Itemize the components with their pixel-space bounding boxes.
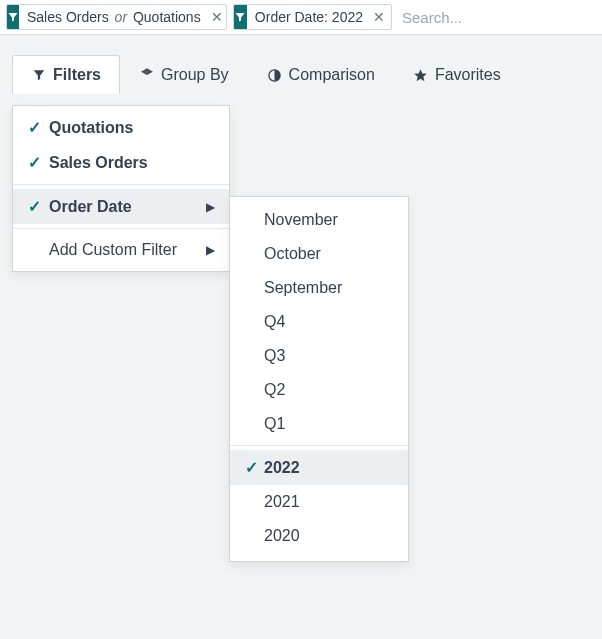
option-label: Q3 <box>264 347 285 365</box>
option-label: November <box>264 211 338 229</box>
filter-item-order-date[interactable]: ✓ Order Date ▶ <box>13 189 229 224</box>
date-option-q1[interactable]: Q1 <box>230 407 408 441</box>
contrast-icon <box>267 67 283 83</box>
facet-or: or <box>115 9 127 25</box>
date-option-q4[interactable]: Q4 <box>230 305 408 339</box>
facet-part: Sales Orders <box>27 9 109 25</box>
filter-item-quotations[interactable]: ✓ Quotations <box>13 110 229 145</box>
option-label: Q4 <box>264 313 285 331</box>
chevron-right-icon: ▶ <box>206 243 215 257</box>
tab-label: Filters <box>53 66 101 84</box>
filter-facet-sales-quotations[interactable]: Sales Orders or Quotations ✕ <box>6 4 227 30</box>
funnel-icon <box>31 67 47 83</box>
check-icon: ✓ <box>244 458 258 477</box>
layers-icon <box>139 67 155 83</box>
date-option-november[interactable]: November <box>230 203 408 237</box>
separator <box>13 184 229 185</box>
chevron-right-icon: ▶ <box>206 200 215 214</box>
date-option-2022[interactable]: ✓ 2022 <box>230 450 408 485</box>
tab-favorites[interactable]: Favorites <box>394 55 520 94</box>
star-icon <box>413 67 429 83</box>
item-label: Quotations <box>49 119 215 137</box>
filter-item-add-custom[interactable]: Add Custom Filter ▶ <box>13 233 229 267</box>
funnel-icon <box>234 5 247 29</box>
option-label: September <box>264 279 342 297</box>
tab-label: Favorites <box>435 66 501 84</box>
item-label: Sales Orders <box>49 154 215 172</box>
item-label: Add Custom Filter <box>49 241 198 259</box>
option-label: 2022 <box>264 459 300 477</box>
date-option-october[interactable]: October <box>230 237 408 271</box>
facet-label: Order Date: 2022 <box>247 9 371 25</box>
option-label: October <box>264 245 321 263</box>
tab-label: Comparison <box>289 66 375 84</box>
option-label: Q1 <box>264 415 285 433</box>
date-option-2020[interactable]: 2020 <box>230 519 408 553</box>
date-option-q2[interactable]: Q2 <box>230 373 408 407</box>
close-icon[interactable]: ✕ <box>371 10 391 24</box>
option-label: Q2 <box>264 381 285 399</box>
filters-dropdown: ✓ Quotations ✓ Sales Orders ✓ Order Date… <box>12 105 230 272</box>
tab-label: Group By <box>161 66 229 84</box>
search-bar: Sales Orders or Quotations ✕ Order Date:… <box>0 0 602 35</box>
separator <box>230 445 408 446</box>
check-icon: ✓ <box>27 153 41 172</box>
facet-part: Quotations <box>133 9 201 25</box>
funnel-icon <box>7 5 19 29</box>
date-option-q3[interactable]: Q3 <box>230 339 408 373</box>
close-icon[interactable]: ✕ <box>209 10 227 24</box>
filter-item-sales-orders[interactable]: ✓ Sales Orders <box>13 145 229 180</box>
tab-comparison[interactable]: Comparison <box>248 55 394 94</box>
filter-facet-order-date[interactable]: Order Date: 2022 ✕ <box>233 4 392 30</box>
order-date-submenu: November October September Q4 Q3 Q2 Q1 ✓… <box>229 196 409 562</box>
check-icon: ✓ <box>27 118 41 137</box>
separator <box>13 228 229 229</box>
tab-group-by[interactable]: Group By <box>120 55 248 94</box>
item-label: Order Date <box>49 198 198 216</box>
facet-label: Sales Orders or Quotations <box>19 9 209 25</box>
date-option-2021[interactable]: 2021 <box>230 485 408 519</box>
date-option-september[interactable]: September <box>230 271 408 305</box>
tab-filters[interactable]: Filters <box>12 55 120 94</box>
option-label: 2020 <box>264 527 300 545</box>
option-label: 2021 <box>264 493 300 511</box>
filter-tabs: Filters Group By Comparison Favorites <box>0 55 602 94</box>
search-input[interactable] <box>398 7 596 28</box>
check-icon: ✓ <box>27 197 41 216</box>
